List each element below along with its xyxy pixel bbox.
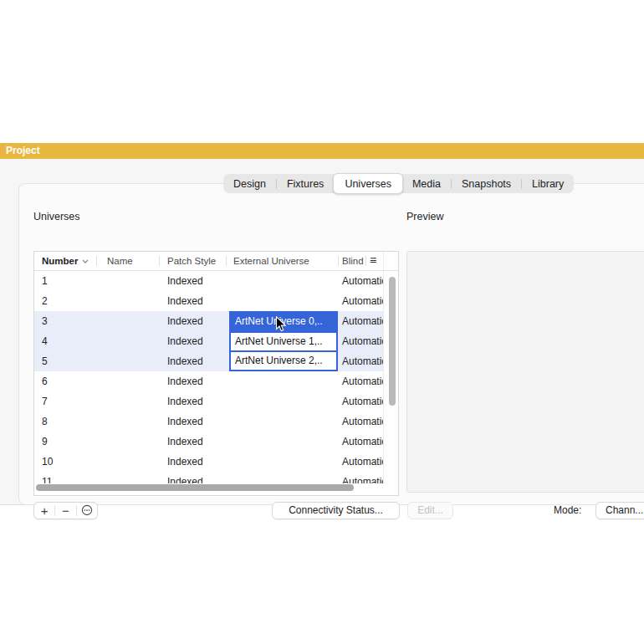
ellipsis-circle-icon — [81, 504, 93, 516]
table-row[interactable]: 1IndexedAutomatic — [34, 271, 383, 291]
cell-blind: Automatic — [339, 331, 383, 351]
cell-patch-style: Indexed — [160, 291, 227, 311]
cell-patch-style: Indexed — [160, 311, 227, 331]
table-row[interactable]: 8IndexedAutomatic — [34, 411, 383, 432]
table-row[interactable]: 11IndexedAutomatic — [34, 472, 383, 483]
cell-number: 2 — [34, 291, 97, 311]
cell-external-universe — [227, 291, 339, 311]
mode-label: Mode: — [554, 502, 581, 519]
cell-external-universe — [227, 271, 339, 291]
cell-name — [97, 472, 160, 483]
external-universe-outlined-cell[interactable]: ArtNet Universe 2,.. — [229, 351, 338, 371]
table-row[interactable]: 2IndexedAutomatic — [34, 291, 383, 311]
table-row[interactable]: 10IndexedAutomatic — [34, 452, 383, 472]
universes-table: NumberNamePatch StyleExternal UniverseBl… — [33, 251, 399, 496]
cell-number: 1 — [34, 271, 97, 291]
cell-external-universe: ArtNet Universe 1,.. — [227, 331, 339, 351]
cell-blind: Automatic — [339, 271, 383, 291]
table-action-button-group: + − — [33, 502, 98, 519]
cell-external-universe — [227, 391, 339, 411]
tab-media[interactable]: Media — [402, 174, 451, 193]
table-row[interactable]: 4IndexedArtNet Universe 1,..Automatic — [34, 331, 383, 351]
tab-bar: DesignFixturesUniversesMediaSnapshotsLib… — [223, 174, 574, 193]
cell-blind: Automatic — [339, 452, 383, 472]
cell-patch-style: Indexed — [160, 411, 227, 432]
table-gutter-divider — [383, 252, 384, 483]
cell-name — [97, 452, 160, 472]
column-header-patch-style[interactable]: Patch Style — [160, 252, 227, 270]
window-title: Project — [6, 143, 40, 159]
table-row[interactable]: 6IndexedAutomatic — [34, 371, 383, 391]
cell-blind: Automatic — [339, 351, 383, 371]
mode-dropdown[interactable]: Chann... — [595, 502, 644, 519]
column-header-blind[interactable]: Blind — [339, 252, 366, 270]
window-body: DesignFixturesUniversesMediaSnapshotsLib… — [0, 159, 644, 505]
tab-fixtures[interactable]: Fixtures — [277, 174, 334, 193]
connectivity-status-button[interactable]: Connectivity Status... — [272, 502, 400, 519]
cell-blind: Automatic — [339, 371, 383, 391]
cell-number: 5 — [34, 351, 97, 371]
cell-blind: Automatic — [339, 432, 383, 452]
cell-blind: Automatic — [339, 391, 383, 411]
cell-external-universe — [227, 472, 339, 483]
remove-universe-button[interactable]: − — [55, 503, 75, 519]
column-header-number[interactable]: Number — [34, 252, 97, 270]
cell-external-universe — [227, 452, 339, 472]
window-title-bar[interactable]: Project — [0, 143, 644, 159]
external-universe-outlined-cell[interactable]: ArtNet Universe 1,.. — [229, 331, 338, 351]
project-window: Project DesignFixturesUniversesMediaSnap… — [0, 143, 644, 505]
cell-number: 11 — [34, 472, 97, 483]
horizontal-scrollbar-thumb[interactable] — [36, 484, 354, 491]
cell-number: 6 — [34, 371, 97, 391]
tab-library[interactable]: Library — [522, 174, 574, 193]
table-header-row: NumberNamePatch StyleExternal UniverseBl… — [34, 252, 398, 271]
tab-design[interactable]: Design — [223, 174, 276, 193]
edit-button[interactable]: Edit... — [407, 502, 453, 519]
cell-name — [97, 271, 160, 291]
cell-blind: Automatic — [339, 291, 383, 311]
table-row[interactable]: 5IndexedArtNet Universe 2,..Automatic — [34, 351, 383, 371]
table-row[interactable]: 9IndexedAutomatic — [34, 432, 383, 452]
cell-blind: Automatic — [339, 411, 383, 432]
preview-panel — [406, 251, 644, 493]
table-row[interactable]: 3IndexedArtNet Universe 0,..Automatic — [34, 311, 383, 331]
cell-name — [97, 291, 160, 311]
cell-name — [97, 351, 160, 371]
cell-blind: Automatic — [339, 472, 383, 483]
cell-external-universe — [227, 371, 339, 391]
more-actions-button[interactable] — [77, 502, 97, 519]
cell-patch-style: Indexed — [160, 331, 227, 351]
cell-name — [97, 411, 160, 432]
cell-number: 8 — [34, 411, 97, 432]
tab-snapshots[interactable]: Snapshots — [452, 174, 521, 193]
cell-number: 4 — [34, 331, 97, 351]
table-row[interactable]: 7IndexedAutomatic — [34, 391, 383, 411]
cell-name — [97, 391, 160, 411]
table-body: 1IndexedAutomatic2IndexedAutomatic3Index… — [34, 271, 383, 483]
add-universe-button[interactable]: + — [34, 503, 54, 519]
desktop-background: Project DesignFixturesUniversesMediaSnap… — [0, 0, 644, 644]
vertical-scrollbar-thumb[interactable] — [389, 277, 396, 406]
cell-external-universe: ArtNet Universe 2,.. — [227, 351, 339, 371]
cell-blind: Automatic — [339, 311, 383, 331]
cell-patch-style: Indexed — [160, 271, 227, 291]
chevron-down-icon — [82, 259, 89, 263]
cell-number: 7 — [34, 391, 97, 411]
cell-external-universe — [227, 432, 339, 452]
cell-name — [97, 371, 160, 391]
column-header-external-universe[interactable]: External Universe — [227, 252, 339, 270]
column-options-icon[interactable]: ≡ — [366, 252, 380, 270]
cell-patch-style: Indexed — [160, 351, 227, 371]
tab-universes[interactable]: Universes — [333, 173, 403, 194]
universes-section-title: Universes — [33, 211, 80, 222]
cell-number: 9 — [34, 432, 97, 452]
cell-number: 3 — [34, 311, 97, 331]
cell-patch-style: Indexed — [160, 391, 227, 411]
cell-name — [97, 432, 160, 452]
cell-patch-style: Indexed — [160, 371, 227, 391]
column-header-name[interactable]: Name — [97, 252, 160, 270]
cell-name — [97, 311, 160, 331]
cell-patch-style: Indexed — [160, 472, 227, 483]
cell-patch-style: Indexed — [160, 432, 227, 452]
cell-patch-style: Indexed — [160, 452, 227, 472]
